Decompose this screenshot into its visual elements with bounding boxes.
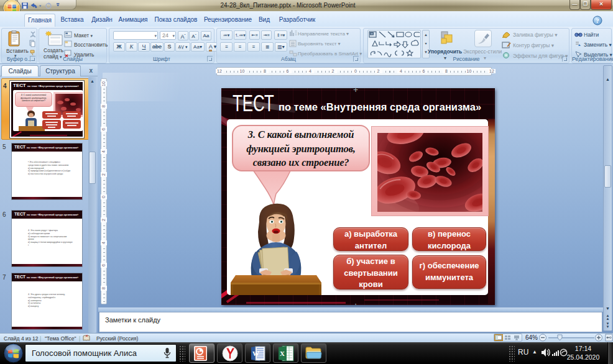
svg-text:?: ? bbox=[596, 17, 599, 24]
svg-text:X: X bbox=[280, 350, 285, 357]
svg-text:W: W bbox=[252, 350, 259, 357]
